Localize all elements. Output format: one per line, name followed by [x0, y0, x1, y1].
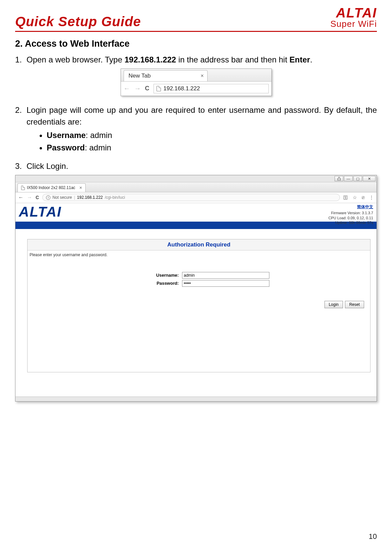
- step-1: 1. Open a web browser. Type 192.168.1.22…: [15, 54, 377, 66]
- firmware-line: Firmware Version: 3.1.3.7: [331, 211, 373, 215]
- forward-icon[interactable]: →: [27, 194, 32, 200]
- button-row: Login Reset: [28, 295, 370, 308]
- step-number: 1.: [15, 54, 27, 66]
- profile-icon[interactable]: 凸: [335, 176, 343, 181]
- altai-logo: ALTAI: [15, 203, 65, 220]
- login-screenshot: 凸 — ▢ ✕ IX500 Indoor 2x2 802.11ac × ← → …: [15, 175, 377, 402]
- close-icon[interactable]: ×: [201, 73, 204, 79]
- minimize-icon[interactable]: —: [344, 176, 353, 181]
- file-icon: [157, 86, 161, 91]
- toolbar: ← → C 192.168.1.222: [121, 82, 271, 96]
- page-number: 10: [369, 532, 377, 541]
- menu-icon[interactable]: ⋮: [369, 195, 374, 200]
- close-icon[interactable]: ×: [79, 185, 82, 190]
- step-2: 2. Login page will come up and you are r…: [15, 104, 377, 157]
- step-body: Login page will come up and you are requ…: [27, 104, 377, 157]
- section-heading: 2. Access to Web Interface: [15, 39, 377, 49]
- tab-title: IX500 Indoor 2x2 802.11ac: [27, 185, 75, 190]
- auth-title: Authorization Required: [28, 239, 370, 250]
- uptime-line: Uptime: 00h 09min 57s: [335, 221, 373, 225]
- logo-subtext: Super WiFi: [330, 19, 377, 29]
- page-body: ALTAI 简体中文 Firmware Version: 3.1.3.7 CPU…: [15, 203, 377, 401]
- toolbar-right: ⚿ ☆ ⎚ ⋮: [343, 195, 374, 200]
- username-row: Username:: [28, 272, 370, 279]
- username-input[interactable]: [182, 272, 269, 279]
- password-row: Password:: [28, 280, 370, 287]
- browser-screenshot-small: New Tab × ← → C 192.168.1.222: [121, 68, 272, 96]
- nav-strip: [15, 222, 377, 229]
- page-header: Quick Setup Guide ALTAI Super WiFi: [15, 7, 377, 32]
- browser-tab[interactable]: New Tab ×: [124, 70, 208, 81]
- list-item: Password: admin: [47, 142, 377, 154]
- tab-strip: IX500 Indoor 2x2 802.11ac ×: [15, 182, 377, 192]
- url-host: 192.168.1.222: [77, 195, 103, 200]
- tab-strip: New Tab ×: [121, 69, 271, 82]
- doc-title: Quick Setup Guide: [15, 14, 141, 29]
- info-icon[interactable]: i: [46, 195, 50, 200]
- reset-button[interactable]: Reset: [345, 301, 364, 308]
- security-text: Not secure: [52, 195, 72, 200]
- url-path: /cgi-bin/luci: [105, 195, 125, 200]
- login-form: Username: Password:: [28, 257, 370, 295]
- list-item: Username: admin: [47, 130, 377, 141]
- status-block: 简体中文 Firmware Version: 3.1.3.7 CPU Load:…: [329, 204, 373, 225]
- back-icon[interactable]: ←: [124, 85, 130, 92]
- maximize-icon[interactable]: ▢: [353, 176, 362, 181]
- address-bar[interactable]: 192.168.1.222: [154, 84, 269, 93]
- step-3: 3. Click Login.: [15, 160, 377, 172]
- section-title: Access to Web Interface: [25, 39, 130, 49]
- login-button[interactable]: Login: [324, 301, 343, 308]
- credentials-list: Username: admin Password: admin: [40, 130, 377, 154]
- brand-logo: ALTAI Super WiFi: [330, 7, 377, 29]
- browser-tab[interactable]: IX500 Indoor 2x2 802.11ac ×: [17, 183, 86, 192]
- password-label: Password:: [128, 281, 179, 286]
- password-label: Password: [47, 143, 85, 152]
- ip-address: 192.168.1.222: [125, 55, 176, 64]
- forward-icon[interactable]: →: [134, 85, 141, 92]
- horizontal-scrollbar[interactable]: [15, 397, 377, 401]
- key-icon[interactable]: ⚿: [343, 195, 348, 200]
- logo-text: ALTAI: [330, 7, 377, 19]
- tab-title: New Tab: [129, 73, 151, 79]
- cast-icon[interactable]: ⎚: [362, 195, 364, 200]
- url-text: 192.168.1.222: [164, 85, 200, 92]
- address-bar[interactable]: i Not secure | 192.168.1.222/cgi-bin/luc…: [42, 194, 340, 201]
- back-icon[interactable]: ←: [18, 194, 24, 200]
- step-body: Click Login.: [27, 160, 377, 172]
- reload-icon[interactable]: C: [145, 85, 149, 92]
- key-enter: Enter: [290, 55, 310, 64]
- auth-hint: Please enter your username and password.: [28, 250, 370, 257]
- cpu-line: CPU Load: 0.09, 0.12, 0.11: [329, 216, 373, 220]
- star-icon[interactable]: ☆: [353, 195, 357, 200]
- step-number: 3.: [15, 160, 27, 172]
- reload-icon[interactable]: C: [36, 195, 39, 200]
- toolbar: ← → C i Not secure | 192.168.1.222/cgi-b…: [15, 192, 377, 203]
- username-label: Username:: [128, 273, 179, 278]
- login-panel: Authorization Required Please enter your…: [27, 239, 371, 372]
- step-number: 2.: [15, 104, 27, 157]
- username-label: Username: [47, 131, 86, 140]
- file-icon: [21, 186, 25, 190]
- language-link[interactable]: 简体中文: [329, 204, 373, 210]
- close-icon[interactable]: ✕: [363, 176, 376, 181]
- step-body: Open a web browser. Type 192.168.1.222 i…: [27, 54, 377, 66]
- window-controls: 凸 — ▢ ✕: [15, 175, 377, 182]
- password-input[interactable]: [182, 280, 269, 287]
- section-number: 2.: [15, 39, 23, 49]
